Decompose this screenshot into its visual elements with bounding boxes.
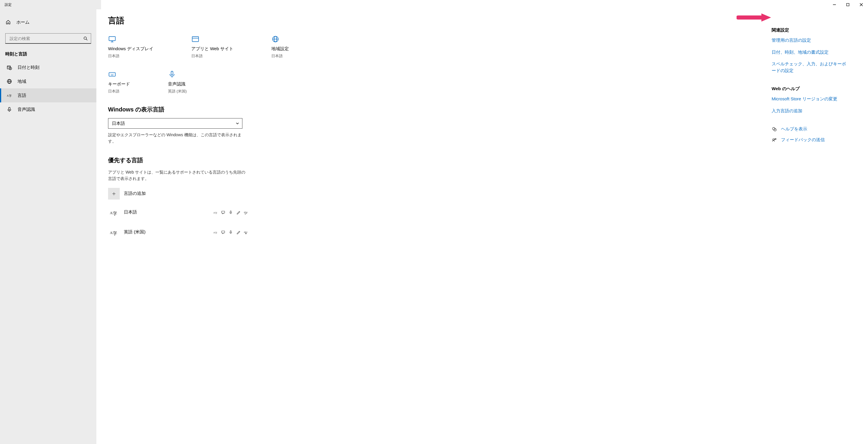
tile-value: 日本語 xyxy=(108,89,120,94)
give-feedback-label: フィードバックの送信 xyxy=(781,137,825,143)
sidebar-item-label: 地域 xyxy=(18,79,26,84)
handwriting-icon xyxy=(236,210,241,215)
home-button[interactable]: ホーム xyxy=(0,16,96,28)
svg-text:字: 字 xyxy=(215,212,217,214)
maximize-button[interactable] xyxy=(841,0,855,9)
give-feedback-link[interactable]: フィードバックの送信 xyxy=(772,137,856,143)
sidebar-item-speech[interactable]: 音声認識 xyxy=(0,102,96,116)
display-language-heading: Windows の表示言語 xyxy=(108,106,371,113)
minimize-button[interactable] xyxy=(828,0,841,9)
tile-windows-display[interactable]: Windows ディスプレイ 日本語 xyxy=(108,35,153,59)
globe-icon xyxy=(271,35,279,43)
speech-recognition-icon xyxy=(228,230,233,235)
svg-text:字: 字 xyxy=(215,232,217,234)
svg-text:A: A xyxy=(214,211,215,213)
tile-speech[interactable]: 音声認識 英語 (米国) xyxy=(168,70,187,94)
display-language-value: 日本語 xyxy=(112,121,125,126)
svg-text:A: A xyxy=(110,231,113,235)
svg-line-10 xyxy=(10,69,11,69)
language-glyph-icon: A字 xyxy=(108,226,120,238)
tile-value: 日本語 xyxy=(108,54,120,59)
svg-text:字: 字 xyxy=(113,211,117,216)
svg-rect-48 xyxy=(230,231,231,232)
search-input-container[interactable] xyxy=(5,33,91,44)
display-language-select[interactable]: 日本語 xyxy=(108,118,242,129)
svg-rect-47 xyxy=(222,231,225,233)
sidebar-item-language[interactable]: A字 言語 xyxy=(0,89,96,102)
spellcheck-download-icon: abc xyxy=(244,230,248,235)
home-label: ホーム xyxy=(17,20,30,25)
link-store-region-change[interactable]: Microsoft Store リージョンの変更 xyxy=(772,96,847,102)
link-add-input-language[interactable]: 入力言語の追加 xyxy=(772,108,847,114)
language-feature-icons: A字 abc xyxy=(213,230,248,235)
home-icon xyxy=(5,19,11,25)
annotation-arrow xyxy=(737,12,772,23)
tile-label: Windows ディスプレイ xyxy=(108,46,153,52)
language-glyph-icon: A字 xyxy=(108,207,120,218)
svg-point-54 xyxy=(773,139,774,140)
svg-text:abc: abc xyxy=(244,211,248,213)
language-item[interactable]: A字 日本語 A字 abc xyxy=(108,202,248,222)
preferred-languages-desc: アプリと Web サイトは、一覧にあるサポートされている言語のうち先頭の言語で表… xyxy=(108,169,248,182)
svg-rect-1 xyxy=(847,3,849,6)
speech-recognition-icon xyxy=(228,210,233,215)
tile-label: アプリと Web サイト xyxy=(191,46,234,52)
svg-point-31 xyxy=(114,73,114,74)
svg-text:?: ? xyxy=(775,129,776,131)
add-language-button[interactable]: ＋ 言語の追加 xyxy=(108,188,371,200)
svg-text:A: A xyxy=(214,231,215,233)
text-to-speech-icon xyxy=(221,210,225,215)
svg-rect-21 xyxy=(192,36,198,41)
display-language-pack-icon: A字 xyxy=(213,210,218,215)
preferred-languages-heading: 優先する言語 xyxy=(108,157,371,164)
spellcheck-icon: abc xyxy=(244,210,248,215)
tile-label: 地域設定 xyxy=(271,46,289,52)
tile-region-format[interactable]: 地域設定 日本語 xyxy=(271,35,289,59)
link-admin-language-settings[interactable]: 管理用の言語の設定 xyxy=(772,37,847,44)
nav-section-title: 時刻と言語 xyxy=(0,52,96,60)
window-icon xyxy=(191,35,199,43)
window-title: 設定 xyxy=(5,2,12,7)
tile-label: キーボード xyxy=(108,81,130,87)
link-spellcheck-input-keyboard[interactable]: スペルチェック、入力、およびキーボードの設定 xyxy=(772,61,847,74)
tile-apps-websites[interactable]: アプリと Web サイト 日本語 xyxy=(191,35,234,59)
chevron-down-icon xyxy=(236,122,239,125)
language-icon: A字 xyxy=(6,93,12,98)
svg-text:A: A xyxy=(7,94,9,97)
feedback-icon xyxy=(772,137,777,143)
svg-point-30 xyxy=(113,73,113,74)
globe-icon xyxy=(6,78,12,84)
tile-keyboard[interactable]: キーボード 日本語 xyxy=(108,70,130,94)
page-title: 言語 xyxy=(108,15,371,26)
sidebar: ホーム 時刻と言語 日付と時刻 地域 xyxy=(0,9,96,444)
add-language-label: 言語の追加 xyxy=(124,191,146,196)
search-input[interactable] xyxy=(9,36,87,41)
microphone-icon xyxy=(6,106,12,112)
tile-value: 日本語 xyxy=(191,54,203,59)
monitor-icon xyxy=(108,35,116,43)
handwriting-icon xyxy=(236,230,241,235)
language-item[interactable]: A字 英語 (米国) A字 abc xyxy=(108,222,248,242)
search-icon xyxy=(83,36,88,41)
keyboard-icon xyxy=(108,70,116,78)
web-help-title: Web のヘルプ xyxy=(772,86,856,92)
svg-line-5 xyxy=(86,39,87,40)
svg-rect-16 xyxy=(8,107,10,110)
link-date-time-region-format[interactable]: 日付、時刻、地域の書式設定 xyxy=(772,49,847,56)
tile-label: 音声認識 xyxy=(168,81,185,87)
sidebar-item-label: 音声認識 xyxy=(18,107,35,112)
svg-rect-39 xyxy=(222,211,225,213)
display-language-pack-icon: A字 xyxy=(213,230,218,235)
sidebar-item-label: 言語 xyxy=(18,93,26,98)
svg-text:字: 字 xyxy=(113,231,117,236)
text-to-speech-icon xyxy=(221,230,225,235)
microphone-icon xyxy=(168,70,176,78)
svg-text:A: A xyxy=(110,211,113,215)
close-button[interactable] xyxy=(855,0,868,9)
get-help-link[interactable]: ? ヘルプを表示 xyxy=(772,126,856,132)
display-language-desc: 設定やエクスプローラーなどの Windows 機能は、この言語で表示されます。 xyxy=(108,132,248,145)
sidebar-item-label: 日付と時刻 xyxy=(18,65,39,70)
sidebar-item-region[interactable]: 地域 xyxy=(0,74,96,89)
sidebar-item-date-time[interactable]: 日付と時刻 xyxy=(0,60,96,74)
language-item-label: 日本語 xyxy=(124,209,209,215)
